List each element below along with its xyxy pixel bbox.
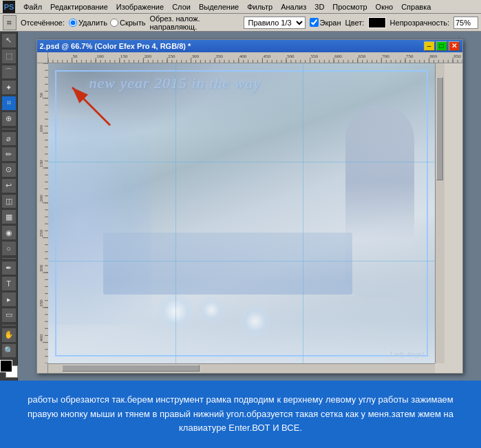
color-swatch[interactable]: [368, 17, 385, 28]
image-canvas[interactable]: new year 2015 in the way: [48, 63, 435, 363]
orb-2: [200, 298, 224, 322]
window-controls: – □ ✕: [424, 41, 460, 51]
otsechen-label: Отсечённое:: [21, 19, 65, 27]
tools-panel: ↖ ⬚ ⌒ ✦ ⌗ ⊕ ⌀ ✏ ⊙ ↩ ◫ ▦ ◉ ○ ✒ T ▸ ▭ ✋ 🔍: [0, 32, 18, 381]
ekran-checkbox[interactable]: Экран: [310, 18, 341, 27]
ruler-vertical: [37, 63, 48, 373]
menu-view[interactable]: Просмотр: [332, 3, 367, 11]
type-tool[interactable]: T: [1, 276, 17, 291]
brush-tool[interactable]: ✏: [1, 147, 17, 162]
canvas-wrapper: new year 2015 in the way: [37, 63, 462, 373]
pravilo-dropdown[interactable]: Правило 1/3: [244, 17, 306, 29]
crop-mode-group: Удалить Скрыть: [69, 19, 146, 27]
menu-file[interactable]: Файл: [23, 3, 42, 11]
opacity-input[interactable]: [453, 17, 478, 29]
ruler-corner: [37, 52, 48, 63]
menu-bar: PS Файл Редактирование Изображение Слои …: [0, 0, 481, 14]
quick-select-tool[interactable]: ✦: [1, 80, 17, 95]
tool-options-icon[interactable]: ⌗: [3, 15, 17, 30]
minimize-button[interactable]: –: [424, 41, 435, 51]
orb-3: [241, 307, 270, 336]
signature: Lady Angel: [389, 350, 424, 358]
scrollbar-vertical[interactable]: [435, 63, 445, 363]
menu-select[interactable]: Выделение: [199, 3, 239, 11]
opacity-label: Непрозрачность:: [390, 19, 449, 27]
crop-tool[interactable]: ⌗: [1, 96, 17, 111]
ruler-row: [37, 52, 462, 63]
arrow-indicator: [58, 74, 120, 136]
obrez-label: Обрез. налож. направляющ.: [150, 14, 239, 31]
ny-text: new year 2015 in the way: [89, 74, 414, 92]
tool-separator-2: [2, 258, 16, 259]
radio-skryt[interactable]: Скрыть: [110, 19, 146, 27]
bottom-instruction-text: работы обрезаются так.берем инструмент р…: [14, 393, 467, 436]
zoom-tool[interactable]: 🔍: [1, 343, 17, 359]
scroll-thumb-h[interactable]: [62, 365, 200, 372]
menu-layers[interactable]: Слои: [172, 3, 191, 11]
fg-bg-colors[interactable]: [0, 360, 18, 378]
gradient-tool[interactable]: ▦: [1, 209, 17, 224]
menu-analysis[interactable]: Анализ: [281, 3, 306, 11]
menu-help[interactable]: Справка: [401, 3, 431, 11]
healing-tool[interactable]: ⌀: [1, 131, 17, 147]
menu-3d[interactable]: 3D: [314, 3, 324, 11]
main-area: ↖ ⬚ ⌒ ✦ ⌗ ⊕ ⌀ ✏ ⊙ ↩ ◫ ▦ ◉ ○ ✒ T ▸ ▭ ✋ 🔍: [0, 32, 481, 381]
menu-window[interactable]: Окно: [376, 3, 394, 11]
pen-tool[interactable]: ✒: [1, 261, 17, 276]
document-title: 2.psd @ 66.7% (Color Efex Pro 4, RGB/8) …: [40, 42, 191, 50]
menu-image[interactable]: Изображение: [116, 3, 164, 11]
document-window: 2.psd @ 66.7% (Color Efex Pro 4, RGB/8) …: [36, 39, 463, 374]
scrollbar-horizontal[interactable]: [48, 363, 435, 373]
menu-filter[interactable]: Фильтр: [247, 3, 272, 11]
blur-tool[interactable]: ◉: [1, 225, 17, 240]
close-button[interactable]: ✕: [449, 41, 460, 51]
menu-edit[interactable]: Редактирование: [50, 3, 108, 11]
svg-line-1: [72, 87, 110, 125]
eraser-tool[interactable]: ◫: [1, 194, 17, 209]
lasso-tool[interactable]: ⌒: [1, 65, 17, 80]
move-tool[interactable]: ↖: [1, 33, 17, 48]
tool-separator-1: [2, 129, 16, 129]
path-select-tool[interactable]: ▸: [1, 292, 17, 307]
shape-tool[interactable]: ▭: [1, 308, 17, 323]
radio-udalit[interactable]: Удалить: [69, 19, 107, 27]
document-titlebar: 2.psd @ 66.7% (Color Efex Pro 4, RGB/8) …: [37, 40, 462, 52]
hand-tool[interactable]: ✋: [1, 328, 17, 343]
bottom-text-area: работы обрезаются так.берем инструмент р…: [0, 381, 481, 448]
dodge-tool[interactable]: ○: [1, 241, 17, 256]
options-bar: ⌗ Отсечённое: Удалить Скрыть Обрез. нало…: [0, 14, 481, 32]
scroll-thumb-v[interactable]: [436, 77, 443, 180]
cvet-label: Цвет:: [345, 19, 365, 27]
marquee-tool[interactable]: ⬚: [1, 49, 17, 64]
ruler-horizontal: [48, 52, 462, 63]
orb-1: [158, 295, 193, 329]
foreground-color[interactable]: [0, 360, 12, 372]
canvas-area: 2.psd @ 66.7% (Color Efex Pro 4, RGB/8) …: [18, 32, 481, 381]
figure-element: [345, 105, 414, 297]
canvas-content[interactable]: new year 2015 in the way: [48, 63, 435, 373]
eyedropper-tool[interactable]: ⊕: [1, 111, 17, 127]
maximize-button[interactable]: □: [436, 41, 447, 51]
stamp-tool[interactable]: ⊙: [1, 162, 17, 178]
app-logo: PS: [3, 1, 15, 13]
history-brush-tool[interactable]: ↩: [1, 178, 17, 193]
tool-separator-3: [2, 325, 16, 326]
